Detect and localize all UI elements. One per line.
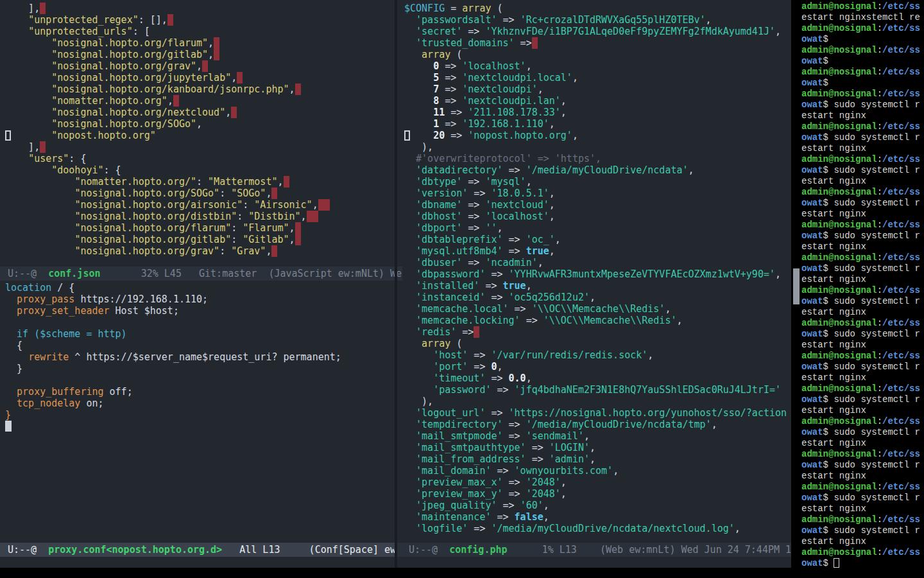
code-line[interactable]: admin@nosignal:/etc/ss [801,220,924,231]
scrollbar-thumb[interactable] [793,268,800,304]
code-line[interactable]: 'datadirectory' => '/media/myCloudDrive/… [404,164,791,176]
code-line[interactable]: location / { [5,282,400,293]
code-line[interactable]: owat$ [801,56,924,67]
code-line[interactable]: admin@nosignal:/etc/ss [801,187,924,198]
code-line[interactable]: 'preview_max_y' => '2048', [404,488,791,500]
code-line[interactable]: admin@nosignal:/etc/ss [801,67,924,78]
buffer-config-php[interactable]: $CONFIG = array ( 'passwordsalt' => 'Rc+… [397,0,791,545]
code-line[interactable]: admin@nosignal:/etc/ss [801,121,924,132]
modeline-conf-json[interactable]: U:--@ conf.json 32% L45 Git:master (Java… [0,267,402,281]
code-line[interactable]: array ( [404,49,791,60]
code-line[interactable]: owat$ sudo systemctl r [801,296,924,307]
code-line[interactable]: admin@nosignal:/etc/ss [801,416,924,427]
code-line[interactable]: "nosignal.hopto.org/kanboard/jsonrpc.php… [5,83,400,95]
code-line[interactable]: estart nginx [801,209,924,220]
code-line[interactable]: owat$ [801,78,924,89]
code-line[interactable]: owat$ sudo systemctl r [801,525,924,536]
code-line[interactable]: 7 => 'nextcloudpi', [404,83,791,95]
code-line[interactable]: admin@nosignal:/etc/ss [801,23,924,34]
code-line[interactable]: "nomatter.hopto.org", [5,95,400,107]
code-line[interactable]: owat$ sudo systemctl r [801,362,924,372]
code-line[interactable]: 'dbname' => 'nextcloud', [404,199,791,211]
code-line[interactable]: 'installed' => true, [404,280,791,292]
buffer-conf-json[interactable]: ], "unprotected_regex": [], "unprotected… [0,0,400,269]
code-line[interactable]: owat$ sudo systemctl r [801,329,924,340]
code-line[interactable]: admin@nosignal:/etc/ss [801,45,924,56]
code-line[interactable]: estart nginx [801,438,924,449]
code-line[interactable]: "nosignal.hopto.org/jupyterlab", [5,72,400,83]
code-line[interactable]: "unprotected_regex": [], [5,14,400,26]
code-line[interactable]: rewrite ^ https://$server_name$request_u… [5,351,400,363]
code-line[interactable]: proxy_buffering off; [5,386,400,398]
code-line[interactable]: owat$ sudo systemctl r [801,263,924,274]
code-line[interactable]: admin@nosignal:/etc/ss [801,514,924,525]
code-line[interactable]: "nosignal.hopto.org/SOGo": "SOGo", [5,188,400,199]
code-line[interactable]: 'dbtype' => 'mysql', [404,176,791,188]
code-line[interactable]: estart nginx [801,143,924,154]
code-line[interactable]: proxy_pass https://192.168.1.110; [5,293,400,305]
code-line[interactable]: estart nginx [801,110,924,121]
code-line[interactable]: tcp_nodelay on; [5,398,400,409]
code-line[interactable]: estart nginx [801,471,924,482]
code-line[interactable]: 'mail_domain' => 'ownyourbits.com', [404,465,791,477]
code-line[interactable]: "doohoyi": { [5,164,400,176]
code-line[interactable]: owat$ sudo systemctl r [801,493,924,504]
code-line[interactable]: "nomatter.hopto.org/": "Mattermost", [5,176,400,188]
code-line[interactable]: owat$ sudo systemctl r [801,100,924,110]
code-line[interactable]: 'instanceid' => 'oc5q256d12u2', [404,292,791,303]
code-line[interactable]: 'trusted_domains' => [404,37,791,49]
code-line[interactable] [5,374,400,386]
code-line[interactable]: 8 => 'nextcloudpi.lan', [404,95,791,107]
code-line[interactable]: owat$ [801,558,924,569]
code-line[interactable]: 'dbuser' => 'ncadmin', [404,257,791,268]
code-line[interactable]: estart nginx [801,372,924,383]
code-line[interactable]: 'passwordsalt' => 'Rc+crozalDTdRWVXaGq55… [404,14,791,26]
terminal-pane[interactable]: admin@nosignal:/etc/ssestart nginxstemct… [791,0,924,578]
code-line[interactable]: "users": { [5,153,400,164]
code-line[interactable]: 'preview_max_x' => '2048', [404,477,791,488]
code-line[interactable]: 'dbtableprefix' => 'oc_', [404,234,791,245]
code-line[interactable]: estart nginx [801,274,924,285]
code-line[interactable]: 'secret' => 'YkhznvFDe/i1BP7G1ALqeD0eFf9… [404,26,791,37]
code-line[interactable]: #'overwriteprotocol' => 'https', [404,153,791,164]
code-line[interactable]: "nosignal.hopto.org/airsonic": "Airsonic… [5,199,400,211]
code-line[interactable]: 'tempdirectory' => '/media/myCloudDrive/… [404,419,791,430]
code-line[interactable]: "nosignal.hopto.org/flarum": "Flarum", [5,222,400,234]
code-line[interactable]: 'dbhost' => 'localhost', [404,211,791,222]
code-line[interactable]: estart nginx [801,340,924,351]
code-line[interactable]: "nosignal.hopto.org/nextcloud", [5,107,400,118]
code-line[interactable]: array ( [404,338,791,349]
code-line[interactable]: estart nginx [801,504,924,514]
code-line[interactable]: admin@nosignal:/etc/ss [801,318,924,329]
code-line[interactable]: 'logout_url' => 'https://nosignal.hopto.… [404,407,791,419]
code-line[interactable]: ), [404,396,791,407]
code-line[interactable]: 'logfile' => '/media/myCloudDrive/ncdata… [404,523,791,534]
code-line[interactable]: 'jpeg_quality' => '60', [404,500,791,511]
code-line[interactable]: proxy_set_header Host $host; [5,305,400,317]
code-line[interactable]: 'mysql.utf8mb4' => true, [404,245,791,257]
code-line[interactable]: } [5,409,400,421]
code-line[interactable]: owat$ sudo systemctl r [801,231,924,241]
code-line[interactable]: estart nginx [801,176,924,187]
code-line[interactable] [5,317,400,328]
code-line[interactable]: "nosignal.hopto.org/SOGo", [5,118,400,130]
code-line[interactable]: $CONFIG = array ( [404,3,791,14]
code-line[interactable]: owat$ sudo systemctl r [801,165,924,176]
code-line[interactable]: 11 => '211.108.178.33', [404,107,791,118]
code-line[interactable]: "nosignal.hopto.org/gitlab", [5,49,400,60]
code-line[interactable]: 20 => 'nopost.hopto.org', [404,130,791,141]
code-line[interactable]: "nopost.hopto.org" [5,130,400,141]
code-line[interactable]: admin@nosignal:/etc/ss [801,1,924,12]
code-line[interactable]: 'maintenance' => false, [404,511,791,523]
code-line[interactable] [5,421,400,432]
code-line[interactable]: admin@nosignal:/etc/ss [801,89,924,100]
code-line[interactable]: 'port' => 0, [404,361,791,372]
code-line[interactable]: estart nginx [801,536,924,547]
code-line[interactable]: owat$ sudo systemctl r [801,132,924,143]
code-line[interactable]: 'password' => 'jfq4bdhaNEm2F3N1E8hQ7YauS… [404,384,791,396]
code-line[interactable]: admin@nosignal:/etc/ss [801,252,924,263]
code-line[interactable]: admin@nosignal:/etc/ss [801,547,924,558]
code-line[interactable]: admin@nosignal:/etc/ss [801,383,924,394]
code-line[interactable]: 'dbport' => '', [404,222,791,234]
code-line[interactable]: estart nginxstemctl re [801,12,924,23]
